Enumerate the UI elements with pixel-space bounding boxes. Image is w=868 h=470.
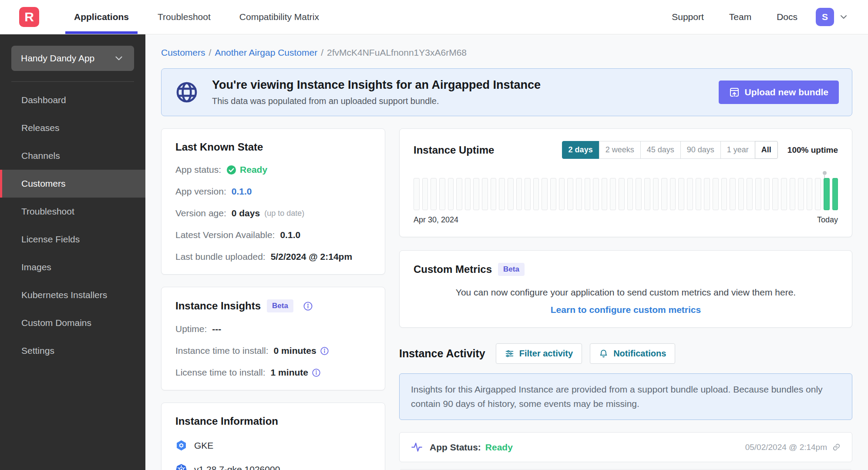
uptime-bar-empty[interactable] [781,178,787,210]
sidebar-item-troubleshoot[interactable]: Troubleshoot [0,198,145,225]
check-circle-icon [226,165,236,175]
uptime-bar-empty[interactable] [431,178,437,210]
range-button-90-days[interactable]: 90 days [680,141,721,159]
info-icon[interactable] [312,368,321,377]
upload-icon [729,87,740,97]
uptime-bar-empty[interactable] [482,178,488,210]
tab-troubleshoot[interactable]: Troubleshoot [151,0,217,34]
uptime-bar-empty[interactable] [661,178,667,210]
replicated-logo[interactable]: R [19,7,39,27]
uptime-bar-empty[interactable] [610,178,616,210]
header-link-support[interactable]: Support [672,12,704,22]
sidebar-item-custom-domains[interactable]: Custom Domains [0,309,145,337]
uptime-bar-empty[interactable] [456,178,462,210]
uptime-bar-empty[interactable] [473,178,479,210]
uptime-bar-empty[interactable] [815,178,821,210]
uptime-bar-empty[interactable] [696,178,702,210]
instance-info-row: v1.28.7-gke.1026000 [175,463,371,470]
chevron-down-icon [113,53,124,64]
uptime-bar-empty[interactable] [738,178,744,210]
uptime-bar-empty[interactable] [422,178,428,210]
uptime-bar-empty[interactable] [619,178,625,210]
info-icon[interactable] [320,346,329,356]
range-button-2-days[interactable]: 2 days [562,141,599,159]
range-button-45-days[interactable]: 45 days [640,141,681,159]
row-label: Last bundle uploaded: [175,252,266,262]
upload-new-bundle-button[interactable]: Upload new bundle [719,81,839,104]
uptime-bar-empty[interactable] [593,178,599,210]
uptime-bar-empty[interactable] [747,178,753,210]
row-value: 0 days [232,208,260,218]
uptime-bar-empty[interactable] [414,178,420,210]
notifications-button[interactable]: Notifications [590,343,675,364]
uptime-bar-filled[interactable] [832,178,838,210]
uptime-bar-empty[interactable] [764,178,770,210]
uptime-bar-empty[interactable] [670,178,676,210]
sidebar-item-license-fields[interactable]: License Fields [0,225,145,253]
uptime-bar-empty[interactable] [772,178,778,210]
app-version-link[interactable]: 0.1.0 [232,186,252,197]
breadcrumb-link[interactable]: Another Airgap Customer [215,47,317,57]
uptime-bar-empty[interactable] [687,178,693,210]
uptime-bar-empty[interactable] [448,178,454,210]
uptime-bar-empty[interactable] [559,178,565,210]
chevron-down-icon[interactable] [838,12,849,22]
uptime-bar-empty[interactable] [491,178,497,210]
sidebar-item-kubernetes-installers[interactable]: Kubernetes Installers [0,281,145,309]
range-button-1-year[interactable]: 1 year [720,141,755,159]
uptime-bar-empty[interactable] [798,178,804,210]
sidebar-item-settings[interactable]: Settings [0,337,145,365]
uptime-bar-empty[interactable] [533,178,539,210]
uptime-bar-empty[interactable] [704,178,710,210]
uptime-bar-empty[interactable] [755,178,761,210]
uptime-bar-empty[interactable] [807,178,813,210]
uptime-bar-empty[interactable] [542,178,548,210]
uptime-bar-empty[interactable] [499,178,505,210]
card-title: Instance Uptime [414,144,494,156]
uptime-bar-empty[interactable] [602,178,608,210]
uptime-bar-empty[interactable] [550,178,556,210]
instance-info-row: GKE [175,440,371,451]
range-button-2-weeks[interactable]: 2 weeks [599,141,641,159]
uptime-bar-empty[interactable] [516,178,522,210]
uptime-bar-empty[interactable] [525,178,531,210]
filter-activity-button[interactable]: Filter activity [496,343,582,364]
app-selector-label: Handy Dandy App [21,53,94,64]
uptime-bar-empty[interactable] [585,178,591,210]
uptime-bar-empty[interactable] [636,178,642,210]
uptime-bar-empty[interactable] [730,178,736,210]
uptime-bar-empty[interactable] [439,178,445,210]
range-button-all[interactable]: All [755,141,778,159]
avatar[interactable]: S [816,8,834,26]
banner-subtitle: This data was populated from an uploaded… [212,96,541,106]
info-icon[interactable] [303,301,313,311]
uptime-bar-empty[interactable] [678,178,684,210]
uptime-bar-empty[interactable] [576,178,582,210]
uptime-bar-empty[interactable] [653,178,659,210]
tab-applications[interactable]: Applications [68,0,135,34]
configure-custom-metrics-link[interactable]: Learn to configure custom metrics [414,305,838,315]
sidebar-item-releases[interactable]: Releases [0,114,145,142]
uptime-bar-empty[interactable] [465,178,471,210]
uptime-bar-empty[interactable] [713,178,719,210]
uptime-bar-empty[interactable] [644,178,650,210]
uptime-bar-filled[interactable] [824,178,830,210]
app-selector-dropdown[interactable]: Handy Dandy App [11,46,134,71]
sidebar-item-images[interactable]: Images [0,253,145,281]
chart-marker-dot [823,171,827,175]
sidebar-item-channels[interactable]: Channels [0,142,145,170]
uptime-bar-empty[interactable] [790,178,796,210]
sidebar-item-dashboard[interactable]: Dashboard [0,86,145,114]
link-icon[interactable] [832,443,841,451]
uptime-bar-empty[interactable] [508,178,514,210]
breadcrumb-link[interactable]: Customers [161,47,205,57]
header-link-docs[interactable]: Docs [777,12,797,22]
uptime-bar-empty[interactable] [627,178,633,210]
uptime-bar-empty[interactable] [567,178,573,210]
header-link-team[interactable]: Team [729,12,751,22]
row-value: 0.1.0 [280,230,300,240]
uptime-bar-empty[interactable] [721,178,727,210]
sidebar-item-customers[interactable]: Customers [0,170,145,198]
tab-compatibility-matrix[interactable]: Compatibility Matrix [233,0,325,34]
activity-label: App Status: [430,442,481,453]
